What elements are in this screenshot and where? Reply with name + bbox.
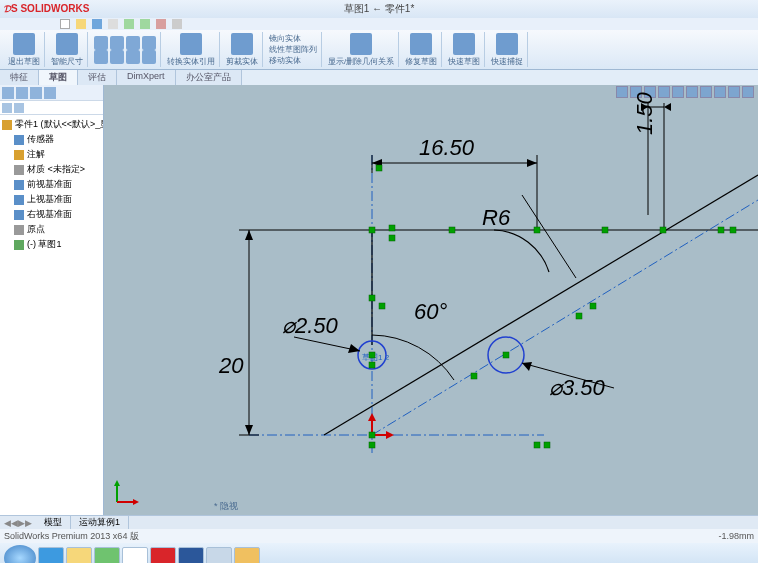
rebuild-icon[interactable] [156,19,166,29]
save-icon[interactable] [92,19,102,29]
exit-sketch-group[interactable]: 退出草图 [4,32,45,67]
start-button[interactable] [4,545,36,563]
filter2-icon[interactable] [14,103,24,113]
dimension-icon[interactable] [56,33,78,55]
point-icon[interactable] [142,50,156,64]
dim-60deg[interactable]: 60° [414,299,447,324]
endpoint-marker[interactable] [534,227,540,233]
convert-group[interactable]: 转换实体引用 [163,32,220,67]
trim-icon[interactable] [231,33,253,55]
ellipse-icon[interactable] [110,50,124,64]
tab-scroll-icon[interactable]: ◀◀▶▶ [0,518,36,528]
relation-marker[interactable] [544,442,550,448]
task-word-icon[interactable] [178,547,204,563]
relation-marker[interactable] [660,227,666,233]
snap-group[interactable]: 快速捕捉 [487,32,528,67]
quick-access-toolbar [0,18,758,30]
task-ie-icon[interactable] [38,547,64,563]
relation-marker[interactable] [590,303,596,309]
open-icon[interactable] [76,19,86,29]
tab-model[interactable]: 模型 [36,516,71,529]
relation-marker[interactable] [369,362,375,368]
relation-marker[interactable] [718,227,724,233]
graphics-canvas[interactable]: 16.50 1.50 R6 60° ⌀2.50 [104,85,758,515]
origin-marker-sq[interactable] [369,432,375,438]
exit-sketch-icon[interactable] [13,33,35,55]
relation-marker[interactable] [534,442,540,448]
fillet-icon[interactable] [126,50,140,64]
relation-marker[interactable] [576,313,582,319]
spline-icon[interactable] [94,50,108,64]
tab2-icon[interactable] [16,87,28,99]
tree-front-plane[interactable]: 前视基准面 [2,177,101,192]
dim-2-50[interactable]: ⌀2.50 [282,313,360,353]
circle-icon[interactable] [126,36,140,50]
sketch-icon [14,240,24,250]
tab-features[interactable]: 特征 [0,70,39,85]
relation-marker[interactable] [471,373,477,379]
svg-text:16.50: 16.50 [419,135,475,160]
center-marker[interactable] [503,352,509,358]
tab-evaluate[interactable]: 评估 [78,70,117,85]
trim-group[interactable]: 剪裁实体 [222,32,263,67]
tab-dimxpert[interactable]: DimXpert [117,70,176,85]
convert-icon[interactable] [180,33,202,55]
task-app3-icon[interactable] [206,547,232,563]
svg-text:⌀2.50: ⌀2.50 [282,313,339,338]
tree-right-plane[interactable]: 右视基准面 [2,207,101,222]
quick-sketch-group[interactable]: 快速草图 [444,32,485,67]
tab3-icon[interactable] [30,87,42,99]
tree-top-plane[interactable]: 上视基准面 [2,192,101,207]
tab-office[interactable]: 办公室产品 [176,70,242,85]
relation-marker[interactable] [389,235,395,241]
rect-icon[interactable] [110,36,124,50]
snap-icon[interactable] [496,33,518,55]
relation-marker[interactable] [376,165,382,171]
relation-marker[interactable] [389,225,395,231]
endpoint-marker[interactable] [369,227,375,233]
relation-marker[interactable] [449,227,455,233]
dim-1-50[interactable]: 1.50 [632,91,671,230]
tree-origin[interactable]: 原点 [2,222,101,237]
dim-3-50[interactable]: ⌀3.50 [522,362,614,400]
diag-line[interactable] [324,175,758,435]
relation-marker[interactable] [602,227,608,233]
dim-r6[interactable]: R6 [482,205,511,230]
tree-sensors[interactable]: 传感器 [2,132,101,147]
tab-sketch[interactable]: 草图 [39,70,78,85]
relation-marker[interactable] [379,303,385,309]
smart-dimension-group[interactable]: 智能尺寸 [47,32,88,67]
arc-icon[interactable] [142,36,156,50]
repair-group[interactable]: 修复草图 [401,32,442,67]
repair-icon[interactable] [410,33,432,55]
tab4-icon[interactable] [44,87,56,99]
line-icon[interactable] [94,36,108,50]
tree-tab-icon[interactable] [2,87,14,99]
task-app4-icon[interactable] [234,547,260,563]
tree-root[interactable]: 零件1 (默认<<默认>_显示状态 [2,117,101,132]
tree-annotations[interactable]: 注解 [2,147,101,162]
sketch-svg: 16.50 1.50 R6 60° ⌀2.50 [104,85,758,515]
task-app2-icon[interactable] [122,547,148,563]
task-explorer-icon[interactable] [66,547,92,563]
relation-marker[interactable] [730,227,736,233]
new-icon[interactable] [60,19,70,29]
fillet-arc[interactable] [494,230,549,272]
tree-material[interactable]: 材质 <未指定> [2,162,101,177]
undo-icon[interactable] [124,19,134,29]
relations-icon[interactable] [350,33,372,55]
filter-icon[interactable] [2,103,12,113]
center-marker[interactable] [369,352,375,358]
task-sw-icon[interactable] [150,547,176,563]
tree-sketch1[interactable]: (-) 草图1 [2,237,101,252]
relation-marker[interactable] [369,442,375,448]
quick-sketch-icon[interactable] [453,33,475,55]
dim-16-50[interactable]: 16.50 [372,135,537,230]
options-icon[interactable] [172,19,182,29]
relations-group[interactable]: 显示/删除几何关系 [324,32,399,67]
tab-motion[interactable]: 运动算例1 [71,516,129,529]
task-app-icon[interactable] [94,547,120,563]
endpoint-marker[interactable] [369,295,375,301]
print-icon[interactable] [108,19,118,29]
redo-icon[interactable] [140,19,150,29]
